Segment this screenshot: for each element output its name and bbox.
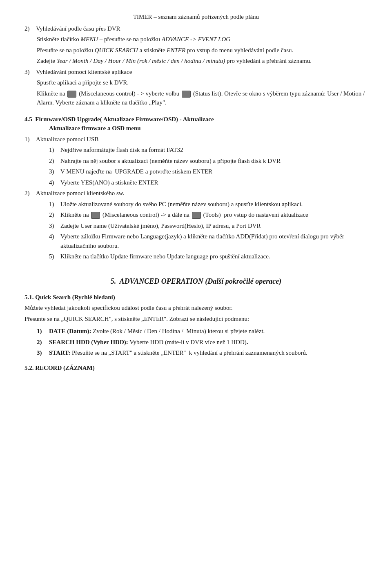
section-45-heading: 4.5 Firmware/OSD Upgrade( Aktualizace Fi… xyxy=(24,115,368,133)
s45-item1: 1) Aktualizace pomocí USB xyxy=(24,135,368,144)
item2-heading: 2) Vyhledávání podle času přes DVR xyxy=(24,24,368,33)
status-list-icon xyxy=(182,91,191,98)
tools-icon xyxy=(192,212,201,219)
timer-heading: TIMER – seznam záznamů pořízených podle … xyxy=(24,12,368,22)
item3-sub2: Klikněte na (Miscelaneous control) - > v… xyxy=(37,89,368,107)
section-51-heading: 5.1. Quick Search (Rychlé hledaní) xyxy=(24,293,368,302)
s45-item2: 2) Aktualizace pomocí klientského sw. xyxy=(24,189,368,198)
section-51-desc1: Můžete vyhledat jakoukoli specifickou ud… xyxy=(24,303,368,313)
section-52-heading: 5.2. RECORD (ZÁZNAM) xyxy=(24,363,368,373)
item3-block: 3) Vyhledávání pomocí klientské aplikace… xyxy=(24,67,368,107)
s45-item1-sub3: 3) V MENU najeďte na UPGRADE a potvrďte … xyxy=(49,167,368,176)
section-45: 4.5 Firmware/OSD Upgrade( Aktualizace Fi… xyxy=(24,115,368,261)
section-52: 5.2. RECORD (ZÁZNAM) xyxy=(24,363,368,373)
s45-item2-sub1: 1) Uložte aktualizované soubory do svého… xyxy=(49,200,368,209)
item3-sub1: Spusťte aplikaci a připojte se k DVR. xyxy=(37,78,368,87)
misc-control-icon xyxy=(67,91,76,98)
s45-item2-sub4: 4) Vyberte záložku Firmware nebo Languag… xyxy=(49,232,368,250)
s45-item2-sub2: 2) Klikněte na (Miscelaneous control) ->… xyxy=(49,210,368,220)
section-5: 5. ADVANCED OPERATION (Další pokročilé o… xyxy=(24,276,368,373)
item3-heading: 3) Vyhledávání pomocí klientské aplikace xyxy=(24,67,368,77)
section-51: 5.1. Quick Search (Rychlé hledaní) Můžet… xyxy=(24,293,368,358)
s51-item1: 1) DATE (Datum): Zvolte (Rok / Měsíc / D… xyxy=(37,327,368,336)
s45-item2-sub5: 5) Klikněte na tlačítko Update firmware … xyxy=(49,252,368,261)
item2-block: 2) Vyhledávání podle času přes DVR Stisk… xyxy=(24,24,368,66)
s45-item1-sub1: 1) Nejdříve naformátujte flash disk na f… xyxy=(49,145,368,155)
s45-item1-sub2: 2) Nahrajte na něj soubor s aktualizací … xyxy=(49,156,368,166)
s51-item3: 3) START: Přesuňte se na „START" a stisk… xyxy=(37,348,368,358)
section-51-desc2: Přesunte se na „QUICK SEARCH", s stiskně… xyxy=(24,314,368,324)
s45-item2-sub3: 3) Zadejte User name (Uživatelské jméno)… xyxy=(49,221,368,231)
item2-sub3: Zadejte Year / Month / Day / Hour / Min … xyxy=(37,56,368,66)
item2-sub1: Stiskněte tlačítko MENU – přesuňte se na… xyxy=(37,35,368,44)
item2-sub2: Přesuňte se na položku QUICK SEARCH a st… xyxy=(37,46,368,55)
s45-item1-sub4: 4) Vyberte YES(ANO) a stiskněte ENTER xyxy=(49,178,368,187)
section-5-heading: 5. ADVANCED OPERATION (Další pokročilé o… xyxy=(24,276,368,287)
misc-control-icon2 xyxy=(91,212,100,219)
page-content: TIMER – seznam záznamů pořízených podle … xyxy=(24,12,368,372)
s51-item2: 2) SEARCH HDD (Vyber HDD): Vyberte HDD (… xyxy=(37,338,368,347)
